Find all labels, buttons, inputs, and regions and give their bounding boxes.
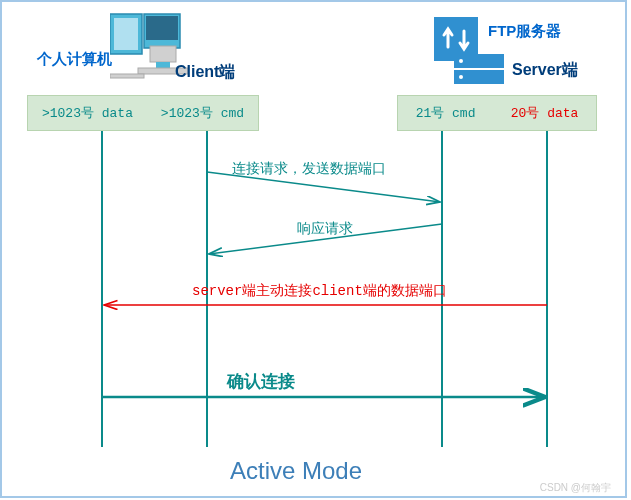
server-title: FTP服务器 bbox=[488, 22, 561, 41]
server-cmd-port: 21号 cmd bbox=[416, 104, 476, 122]
server-data-port: 20号 data bbox=[511, 104, 579, 122]
msg-1-label: 连接请求，发送数据端口 bbox=[232, 160, 386, 178]
server-rack-icon bbox=[454, 54, 504, 88]
svg-point-12 bbox=[459, 75, 463, 79]
server-ports-box: 21号 cmd 20号 data bbox=[397, 95, 597, 131]
client-ports-box: >1023号 data >1023号 cmd bbox=[27, 95, 259, 131]
client-role: Client端 bbox=[175, 62, 235, 83]
client-title: 个人计算机 bbox=[37, 50, 112, 69]
watermark: CSDN @何翰宇 bbox=[540, 481, 611, 495]
svg-rect-1 bbox=[146, 16, 178, 40]
diagram-title: Active Mode bbox=[230, 457, 362, 485]
sequence-diagram: 个人计算机 Client端 FTP服务器 Server端 >1023号 data… bbox=[0, 0, 627, 498]
msg-4-label: 确认连接 bbox=[227, 370, 295, 393]
client-data-port: >1023号 data bbox=[42, 104, 133, 122]
server-role: Server端 bbox=[512, 60, 578, 81]
msg-2-label: 响应请求 bbox=[297, 220, 353, 238]
svg-rect-4 bbox=[114, 18, 138, 50]
svg-rect-5 bbox=[156, 62, 170, 68]
msg-3-label: server端主动连接client端的数据端口 bbox=[192, 282, 447, 300]
client-cmd-port: >1023号 cmd bbox=[161, 104, 244, 122]
svg-rect-7 bbox=[110, 74, 144, 78]
svg-rect-2 bbox=[150, 46, 176, 62]
svg-point-11 bbox=[459, 59, 463, 63]
